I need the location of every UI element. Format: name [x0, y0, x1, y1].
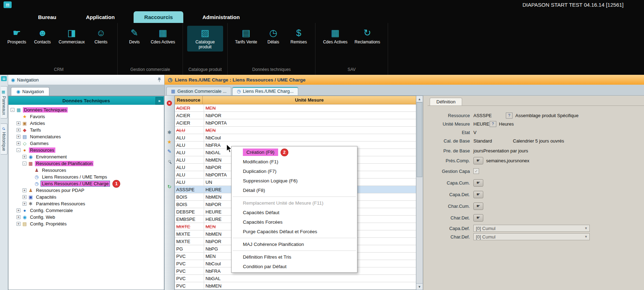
context-menu-item[interactable]: Duplication (F7) [232, 167, 357, 176]
ribbon-button[interactable]: ✎ Devis [122, 26, 147, 47]
pin-icon[interactable] [157, 77, 161, 82]
ribbon-button[interactable]: ▦ Cdes Actives [320, 26, 350, 47]
expand-toggle-icon[interactable]: + [17, 222, 20, 226]
help-button[interactable]: ? [490, 121, 496, 127]
context-menu-item[interactable]: Remplacement Unité de Mesure (F11) [232, 198, 357, 208]
ribbon-button[interactable]: ☺ Clients [88, 26, 113, 47]
tree-item[interactable]: + ◇ Gammes [8, 140, 164, 147]
tree-item[interactable]: + ◆ Tarifs [8, 127, 164, 133]
ribbon-button[interactable]: ◷ Délais [261, 26, 286, 47]
expand-toggle-icon[interactable]: + [23, 195, 26, 199]
document-tab[interactable]: ◷ Liens Res./UME Charg... [232, 87, 298, 95]
context-menu-item[interactable]: MAJ Cohérence Planification [232, 240, 357, 249]
context-menu-item[interactable] [233, 250, 356, 251]
expand-toggle-icon[interactable]: + [23, 202, 26, 206]
context-menu-item[interactable]: Modification (F1) [232, 157, 357, 167]
toolbar-button[interactable]: × [166, 100, 173, 106]
tree-item[interactable]: + ▣ Articles [8, 120, 164, 127]
document-tab[interactable]: ▦ Gestion Commerciale ... [166, 87, 231, 95]
context-menu-item[interactable]: Purge Capacités Défaut et Forcées [232, 227, 357, 236]
toolbar-button[interactable]: ↻ [166, 183, 173, 190]
ribbon-tab[interactable]: Administration [192, 11, 250, 23]
tree-item[interactable]: ♟ Ressources [8, 167, 164, 174]
ribbon-button[interactable]: ▦ Cdes Actives [147, 26, 178, 47]
ribbon-button[interactable]: ☛ Prospects [4, 26, 29, 47]
tree-item[interactable]: + ✱ Paramètres Ressources [8, 200, 164, 207]
column-header-ressource[interactable]: Ressource [175, 96, 203, 104]
detail-button[interactable] [473, 179, 483, 187]
tree-item[interactable]: + ▤ Config. Propriétés [8, 220, 164, 227]
expand-toggle-icon[interactable]: - [11, 108, 14, 112]
expand-toggle-icon[interactable]: + [17, 135, 20, 139]
vertical-scrollbar[interactable] [416, 96, 423, 290]
tree-item[interactable]: - ● Ressources [8, 147, 164, 153]
ribbon-button[interactable]: $ Remises [286, 26, 311, 47]
tree-item[interactable]: ◷ Liens Ressources / UME Temps [8, 174, 164, 180]
rail-tab[interactable]: ↺ Historique [1, 123, 7, 155]
tree-item[interactable]: + ▣ Capacités [8, 194, 164, 200]
context-menu-item[interactable]: Définition Filtres et Tris [232, 252, 357, 262]
ribbon-tab[interactable]: Application [75, 11, 125, 23]
scroll-down-icon[interactable] [416, 283, 423, 290]
rail-tab[interactable]: ▦ Panneaux [1, 86, 7, 119]
tree-item[interactable]: + ● Config. Commerciale [8, 207, 164, 214]
ribbon-button[interactable]: ▤ Tarifs Vente [232, 26, 260, 47]
detail-button[interactable] [473, 191, 483, 198]
help-button[interactable]: ? [506, 113, 513, 119]
tree-item[interactable]: ◷ Liens Ressources / UME Charge 1 [8, 180, 164, 187]
tab-navigation[interactable]: Navigation [11, 87, 49, 96]
table-row[interactable]: PVC NbMEN [175, 282, 416, 290]
expand-toggle-icon[interactable]: - [17, 148, 20, 152]
detail-button[interactable] [473, 214, 483, 222]
tab-definition[interactable]: Définition [430, 98, 462, 105]
context-menu-item[interactable]: Capacités Défaut [232, 208, 357, 217]
column-header-unite-mesure[interactable]: Unité Mesure [203, 96, 416, 104]
ribbon-button[interactable]: ☻ Contacts [30, 26, 55, 47]
table-row[interactable]: PVC NbGAL [175, 275, 416, 282]
tree-item[interactable]: + ▤ Nomenclatures [8, 133, 164, 140]
tree-item[interactable]: + ◉ Environnement [8, 153, 164, 160]
context-menu-item[interactable]: Capacités Forcées [232, 217, 357, 227]
ribbon-button[interactable]: ◨ Commerciaux [55, 26, 88, 47]
checkbox[interactable] [473, 168, 479, 174]
dropdown[interactable]: [0] Cumul [473, 225, 590, 232]
ribbon-tab[interactable]: Raccourcis [134, 11, 183, 23]
toolbar-button[interactable]: ✱ [166, 129, 173, 135]
tree-item[interactable]: - ▦ Ressources de Planification [8, 160, 164, 167]
table-row[interactable]: ALU NbCoul [175, 134, 416, 141]
ribbon-button[interactable]: ▨ Catalogue produit [187, 26, 223, 52]
context-menu-item[interactable]: Condition par Défaut [232, 262, 357, 271]
context-menu-item[interactable]: Détail (F8) [232, 186, 357, 195]
detail-button[interactable] [473, 157, 483, 164]
toolbar-button[interactable]: ✎ [166, 148, 173, 155]
tree-item[interactable]: - ▦ Données Techniques [8, 107, 164, 113]
table-row[interactable]: ALU MEN [175, 127, 416, 134]
detail-button[interactable] [473, 203, 483, 210]
tree-item[interactable]: + ◉ Config. Web [8, 214, 164, 220]
tree-item[interactable]: ★ Favoris [8, 113, 164, 120]
table-row[interactable]: ACIER NbPOR [175, 112, 416, 119]
table-row[interactable]: ACIER MEN [175, 104, 416, 112]
expand-toggle-icon[interactable]: + [17, 121, 20, 125]
collapse-panel-button[interactable] [155, 97, 163, 105]
toolbar-button[interactable]: ○ [166, 158, 173, 164]
context-menu-item[interactable]: Suppression Logique (F6) [232, 176, 357, 186]
panel-menu-icon[interactable] [1, 76, 7, 81]
context-menu-item[interactable]: Création (F9) 2 [232, 147, 357, 157]
ribbon-button[interactable]: ↻ Reclamations [351, 26, 384, 47]
context-menu-item[interactable] [233, 197, 356, 197]
expand-toggle-icon[interactable]: + [17, 209, 20, 212]
expand-toggle-icon[interactable]: + [23, 188, 26, 192]
expand-toggle-icon[interactable]: + [17, 215, 20, 219]
table-row[interactable]: ACIER NbPORTA [175, 119, 416, 127]
context-menu-item[interactable] [233, 238, 356, 238]
dropdown[interactable]: [0] Cumul [473, 233, 590, 240]
ribbon-tab[interactable]: Bureau [27, 11, 67, 23]
scroll-thumb[interactable] [417, 102, 422, 177]
expand-toggle-icon[interactable]: - [23, 162, 26, 165]
expand-toggle-icon[interactable]: + [23, 155, 26, 159]
tree-item[interactable]: + ♟ Ressources pour PDAP [8, 187, 164, 194]
expand-toggle-icon[interactable]: + [17, 128, 20, 132]
toolbar-button[interactable]: ★ [166, 139, 173, 145]
app-icon[interactable] [4, 1, 12, 8]
